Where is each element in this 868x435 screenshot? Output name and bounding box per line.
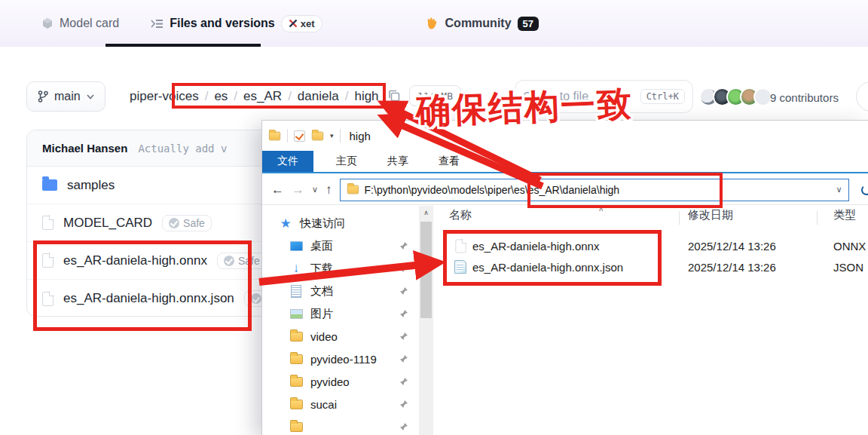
- column-separator[interactable]: [817, 211, 818, 225]
- column-header-name[interactable]: 名称: [449, 208, 472, 222]
- goto-file-search[interactable]: Ctrl+K: [515, 80, 693, 113]
- sidebar-label: 文档: [310, 284, 333, 299]
- safe-badge-label: Safe: [238, 255, 260, 267]
- recent-locations-chevron[interactable]: ∨: [312, 185, 318, 195]
- file-row-onnx[interactable]: es_AR-daniela-high.onnx Safe: [27, 242, 267, 280]
- file-name: es_AR-daniela-high.onnx.json: [63, 291, 234, 306]
- breadcrumb-seg-es-ar[interactable]: es_AR: [243, 89, 282, 104]
- breadcrumb-seg-daniela[interactable]: daniela: [298, 89, 339, 104]
- contributor-avatars[interactable]: [699, 87, 772, 106]
- refresh-icon[interactable]: [861, 185, 868, 195]
- pin-icon[interactable]: [399, 309, 408, 318]
- sidebar-item-pyvideo-1119[interactable]: pyvideo-1119: [262, 348, 419, 370]
- shield-check-icon: [224, 256, 234, 266]
- explorer-title-bar[interactable]: ▾ high: [262, 121, 868, 151]
- sidebar-scrollbar[interactable]: ∧: [419, 206, 433, 435]
- quick-toolbar-dropdown-icon[interactable]: ▾: [330, 132, 334, 139]
- folder-icon: [42, 179, 57, 191]
- sidebar-quick-access[interactable]: ★ 快速访问: [262, 212, 419, 234]
- shortcut-hint: Ctrl+K: [640, 89, 685, 104]
- menu-file[interactable]: 文件: [262, 151, 313, 172]
- file-icon: [42, 292, 53, 306]
- pin-icon[interactable]: [399, 377, 408, 386]
- scrollbar-thumb[interactable]: [420, 222, 432, 318]
- sidebar-item-desktop[interactable]: 桌面: [262, 234, 419, 257]
- sidebar-item-sucai[interactable]: sucai: [262, 393, 419, 415]
- hand-icon: [424, 16, 439, 31]
- divider: [287, 129, 288, 142]
- breadcrumb-repo[interactable]: piper-voices: [130, 89, 199, 104]
- sidebar-label: pyvideo: [310, 375, 350, 388]
- hf-tab-bar: Model card Files and versions xet: [0, 0, 868, 47]
- menu-home[interactable]: 主页: [324, 151, 369, 172]
- folder-icon: [289, 352, 303, 366]
- downloads-icon: ↓: [289, 262, 303, 275]
- sidebar-label: 桌面: [310, 239, 333, 253]
- file-row-model-card[interactable]: MODEL_CARD Safe: [27, 204, 267, 242]
- file-row-samples[interactable]: samples: [27, 167, 267, 204]
- sort-ascending-icon: ∧: [598, 204, 604, 213]
- breadcrumb-seg-high[interactable]: high: [354, 89, 378, 104]
- file-icon: [455, 239, 466, 253]
- contributors-link[interactable]: 9 contributors: [770, 91, 839, 104]
- branch-selector-button[interactable]: main: [26, 81, 105, 112]
- desktop-icon: [289, 239, 303, 253]
- up-button[interactable]: ↑: [326, 182, 332, 198]
- sidebar-item-video[interactable]: video: [262, 325, 419, 348]
- pin-icon[interactable]: [399, 332, 408, 341]
- xet-badge[interactable]: xet: [281, 15, 322, 32]
- file-explorer-window: ▾ high 文件 主页 共享 查看 ← → ∨ ↑ F:\python\pyv…: [262, 121, 868, 435]
- commit-author[interactable]: Michael Hansen: [42, 142, 127, 155]
- pin-icon[interactable]: [399, 400, 408, 409]
- branch-name: main: [54, 90, 81, 103]
- menu-share[interactable]: 共享: [375, 151, 420, 172]
- commit-message[interactable]: Actually add v: [138, 142, 227, 155]
- safe-badge: Safe: [217, 253, 267, 269]
- shield-check-icon: [169, 218, 179, 228]
- column-header-type[interactable]: 类型: [833, 208, 856, 222]
- sidebar-item-partial[interactable]: [262, 415, 419, 435]
- repo-size-badge[interactable]: 114 MB: [409, 85, 461, 106]
- sidebar-item-downloads[interactable]: ↓ 下载: [262, 257, 419, 280]
- file-row-onnx-json[interactable]: es_AR-daniela-high.onnx.json Safe: [27, 280, 267, 317]
- pin-icon[interactable]: [399, 422, 408, 431]
- files-versions-icon: [151, 18, 164, 29]
- file-name: samples: [67, 178, 115, 193]
- column-separator[interactable]: [679, 211, 680, 225]
- pin-icon[interactable]: [399, 354, 408, 363]
- pin-icon[interactable]: [399, 264, 408, 273]
- tab-community[interactable]: Community 57: [424, 16, 539, 31]
- tab-model-card-label: Model card: [60, 17, 119, 30]
- sidebar-item-documents[interactable]: 文档: [262, 280, 419, 302]
- column-header-date[interactable]: 修改日期: [688, 208, 733, 222]
- folder-icon: [289, 397, 303, 411]
- explorer-file-row-json[interactable]: es_AR-daniela-high.onnx.json 2025/12/14 …: [434, 256, 868, 277]
- sidebar-label: 图片: [310, 307, 333, 321]
- breadcrumb-seg-es[interactable]: es: [214, 89, 228, 104]
- copy-path-icon[interactable]: [387, 89, 401, 103]
- pin-icon[interactable]: [399, 286, 408, 296]
- quick-access-star-icon: ★: [279, 216, 292, 230]
- tab-files-versions[interactable]: Files and versions xet: [151, 15, 322, 32]
- last-commit-row[interactable]: Michael Hansen Actually add v: [27, 130, 267, 167]
- address-bar[interactable]: F:\python\pyvideo\models\piper\es\es_AR\…: [340, 179, 849, 201]
- file-type: JSON: [833, 261, 863, 274]
- file-name: es_AR-daniela-high.onnx: [472, 240, 599, 253]
- hf-file-card: Michael Hansen Actually add v samples MO…: [26, 130, 268, 317]
- forward-button[interactable]: →: [292, 182, 304, 198]
- pin-icon[interactable]: [399, 241, 408, 250]
- goto-file-input[interactable]: [540, 90, 634, 103]
- quick-toolbar-properties-icon[interactable]: [294, 130, 305, 142]
- scrollbar-up-arrow[interactable]: ∧: [419, 206, 433, 219]
- active-tab-underline: [105, 44, 261, 47]
- sidebar-item-pictures[interactable]: 图片: [262, 302, 419, 325]
- tab-model-card[interactable]: Model card: [41, 17, 119, 30]
- sidebar-item-pyvideo[interactable]: pyvideo: [262, 370, 419, 393]
- back-button[interactable]: ←: [271, 182, 284, 198]
- history-button-partial[interactable]: [856, 81, 868, 112]
- address-dropdown-chevron[interactable]: ∨: [836, 185, 842, 195]
- quick-toolbar-newfolder-icon[interactable]: [312, 131, 323, 140]
- menu-view[interactable]: 查看: [426, 151, 472, 172]
- file-icon: [42, 216, 53, 230]
- explorer-file-row-onnx[interactable]: es_AR-daniela-high.onnx 2025/12/14 13:26…: [434, 235, 868, 256]
